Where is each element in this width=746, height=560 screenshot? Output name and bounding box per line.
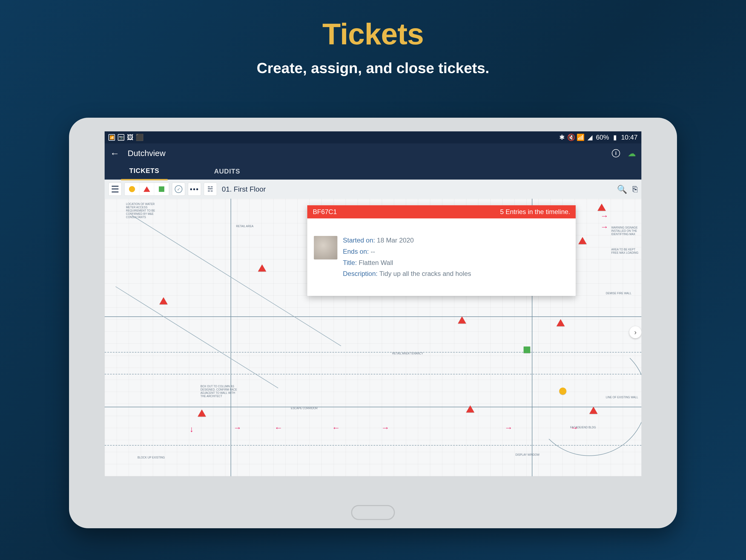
battery-percent: 60% (596, 134, 609, 141)
ends-on-value: -- (371, 248, 375, 255)
marker-triangle[interactable] (466, 405, 474, 412)
filter-circle[interactable] (124, 183, 139, 196)
status-icon-speaker: 📶 (109, 134, 115, 141)
more-button[interactable]: ••• (188, 182, 201, 196)
promo-subtitle: Create, assign, and close tickets. (0, 59, 746, 76)
cloud-sync-icon[interactable]: ☁ (628, 149, 636, 158)
direction-arrow: → (381, 423, 390, 433)
info-icon[interactable]: i (612, 149, 620, 157)
direction-arrow: → (233, 423, 241, 433)
tablet-frame: 📶 📷 🖼 ⬛ ✱ 🔇 📶 ◢ 60% ▮ 10:47 ← Dutchview … (69, 118, 677, 528)
ticket-popup-body: Started on: 18 Mar 2020 Ends on: -- Titl… (307, 218, 576, 296)
plan-annotation: BLOCK UP EXISTING (138, 456, 165, 459)
plan-annotation: RETAIL AREA TENANCY (392, 352, 423, 355)
title-value: Flatten Wall (359, 259, 393, 266)
description-label: Description: (343, 270, 378, 277)
menu-button[interactable]: ☰ (109, 182, 122, 196)
floor-label[interactable]: 01. First Floor (222, 185, 266, 194)
plan-annotation: LOCATION OF WATER METER ACCESS REQUIREME… (126, 203, 164, 219)
marker-triangle[interactable] (198, 409, 206, 417)
direction-arrow: ↓ (190, 424, 194, 434)
search-icon[interactable]: 🔍 (617, 184, 627, 194)
direction-arrow: ← (275, 423, 283, 433)
ends-on-label: Ends on: (343, 248, 369, 255)
direction-arrow: → (505, 423, 513, 433)
ticket-timeline-count: 5 Entries in the timeline. (500, 208, 570, 216)
marker-triangle[interactable] (160, 297, 168, 304)
tab-bar: TICKETS AUDITS (105, 163, 641, 180)
app-bar: ← Dutchview i ☁ (105, 143, 641, 163)
plan-annotation: LINE OF EXISTING WALL (606, 396, 638, 399)
status-icon-image: 🖼 (127, 134, 134, 141)
marker-triangle[interactable] (258, 264, 266, 271)
mute-icon: 🔇 (568, 134, 575, 141)
marker-triangle[interactable] (598, 204, 606, 211)
plan-annotation: RETAIL AREA (236, 225, 253, 228)
marker-square[interactable] (524, 347, 530, 353)
ticket-id: BF67C1 (313, 208, 337, 216)
title-label: Title: (343, 259, 357, 266)
wifi-icon: 📶 (577, 134, 584, 141)
marker-triangle[interactable] (458, 316, 466, 324)
back-button[interactable]: ← (110, 148, 119, 159)
marker-triangle[interactable] (556, 319, 565, 326)
screen: 📶 📷 🖼 ⬛ ✱ 🔇 📶 ◢ 60% ▮ 10:47 ← Dutchview … (105, 131, 641, 476)
status-bar: 📶 📷 🖼 ⬛ ✱ 🔇 📶 ◢ 60% ▮ 10:47 (105, 131, 641, 143)
direction-arrow: → (570, 423, 578, 433)
ticket-thumbnail[interactable] (314, 236, 337, 260)
filter-square[interactable] (154, 183, 169, 196)
direction-arrow: ← (332, 423, 340, 433)
promo-title: Tickets (0, 0, 746, 51)
started-on-label: Started on: (343, 236, 375, 244)
plan-line (105, 316, 641, 317)
plan-annotation: WARNING SIGNAGE INSTALLED ON THE IDENTIF… (611, 226, 641, 236)
toolbar: ☰ ✓ ••• ☵ 01. First Floor 🔍 ⎘ (105, 180, 641, 199)
status-icon-app: ⬛ (136, 134, 143, 141)
started-on-value: 18 Mar 2020 (377, 236, 414, 244)
plan-annotation: BOX OUT TO COLUMN AS DESIGNED. CONFIRM F… (200, 385, 239, 398)
marker-triangle[interactable] (590, 407, 598, 414)
plan-line (231, 199, 231, 476)
tab-tickets[interactable]: TICKETS (121, 163, 168, 180)
battery-icon: ▮ (612, 134, 619, 141)
filter-triangle[interactable] (139, 183, 154, 196)
plan-annotation: DEMISE FIRE WALL (606, 292, 632, 295)
ticket-popup[interactable]: BF67C1 5 Entries in the timeline. Starte… (307, 205, 576, 296)
status-icon-speaker2: 📷 (118, 134, 124, 141)
list-button[interactable]: ☵ (204, 182, 217, 196)
signal-icon: ◢ (586, 134, 593, 141)
tablet-home-button[interactable] (351, 505, 395, 520)
plan-annotation: DISPLAY WINDOW (515, 453, 540, 456)
direction-arrow: → (600, 211, 608, 220)
plan-annotation: ESCAPE CORRIDOR (291, 407, 318, 410)
export-icon[interactable]: ⎘ (633, 184, 637, 194)
status-time: 10:47 (621, 134, 637, 141)
tab-audits[interactable]: AUDITS (206, 163, 249, 180)
direction-arrow: → (600, 222, 608, 232)
app-title: Dutchview (127, 149, 165, 158)
marker-triangle[interactable] (578, 237, 586, 244)
plan-annotation: AREA TO BE KEPT FREE MAX LOADING (611, 248, 641, 255)
marker-circle[interactable] (559, 388, 566, 395)
bluetooth-icon: ✱ (559, 134, 565, 141)
shape-filter-group (124, 182, 169, 196)
floor-plan[interactable]: LOCATION OF WATER METER ACCESS REQUIREME… (105, 199, 641, 476)
check-button[interactable]: ✓ (172, 182, 185, 196)
ticket-popup-header: BF67C1 5 Entries in the timeline. (307, 205, 576, 218)
description-value: Tidy up all the cracks and holes (379, 270, 471, 277)
